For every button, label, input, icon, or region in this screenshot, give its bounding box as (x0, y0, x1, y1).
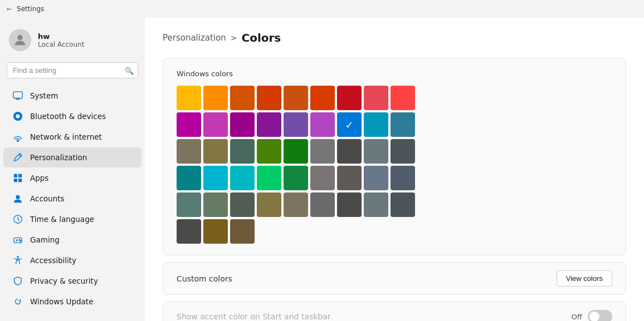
svg-point-13 (19, 239, 20, 240)
color-swatch[interactable] (391, 86, 415, 110)
user-section[interactable]: hw Local Account (0, 22, 145, 60)
color-grid (177, 86, 612, 244)
color-swatch[interactable] (310, 166, 335, 190)
sidebar-item-privacy[interactable]: Privacy & security (3, 271, 142, 291)
color-swatch[interactable] (284, 139, 308, 164)
sidebar-item-label: Time & language (30, 215, 94, 224)
color-swatch[interactable] (177, 219, 201, 244)
color-swatch[interactable] (337, 192, 362, 217)
user-info: hw Local Account (38, 32, 84, 48)
app-title: Settings (17, 5, 44, 13)
color-swatch[interactable] (203, 112, 228, 137)
color-swatch[interactable] (364, 86, 388, 110)
color-swatch[interactable] (391, 166, 415, 190)
sidebar-item-update[interactable]: Windows Update (3, 292, 142, 312)
color-swatch[interactable] (284, 86, 308, 110)
color-row (177, 86, 612, 110)
breadcrumb: Personalization > Colors (163, 31, 626, 45)
custom-colors-row: Custom colors View colors (163, 262, 626, 295)
color-swatch[interactable] (257, 192, 281, 217)
color-swatch[interactable] (177, 192, 201, 217)
sidebar-item-system[interactable]: System (3, 86, 142, 106)
sidebar-item-label: Personalization (30, 153, 87, 162)
color-swatch[interactable] (203, 166, 228, 190)
svg-point-0 (17, 35, 22, 40)
color-swatch[interactable] (310, 112, 335, 137)
color-swatch[interactable] (364, 192, 388, 217)
color-row (177, 166, 612, 190)
sidebar-item-label: Windows Update (30, 297, 93, 306)
view-colors-button[interactable]: View colors (557, 270, 612, 287)
bluetooth-icon (12, 111, 23, 122)
color-swatch[interactable] (203, 139, 228, 164)
color-swatch[interactable] (337, 139, 362, 164)
user-account-type: Local Account (38, 41, 84, 48)
sidebar-item-accessibility[interactable]: Accessibility (3, 250, 142, 270)
sidebar-item-label: System (30, 91, 58, 100)
svg-point-5 (17, 140, 19, 142)
breadcrumb-parent[interactable]: Personalization (163, 33, 226, 43)
color-swatch[interactable] (310, 86, 335, 110)
color-swatch[interactable] (257, 86, 281, 110)
svg-rect-2 (16, 98, 19, 100)
color-swatch[interactable] (257, 139, 281, 164)
color-swatch[interactable] (310, 139, 335, 164)
breadcrumb-current: Colors (241, 31, 281, 45)
color-swatch[interactable] (203, 86, 228, 110)
sidebar-item-bluetooth[interactable]: Bluetooth & devices (3, 106, 142, 126)
toggle-rows: Show accent color on Start and taskbarOf… (163, 302, 626, 321)
sidebar-item-apps[interactable]: Apps (3, 168, 142, 188)
color-row (177, 112, 612, 137)
sidebar-item-personalization[interactable]: Personalization (3, 147, 142, 167)
svg-point-14 (20, 240, 21, 241)
color-swatch[interactable] (230, 139, 255, 164)
svg-point-10 (16, 195, 19, 199)
color-swatch[interactable] (257, 166, 281, 190)
color-swatch[interactable] (230, 166, 255, 190)
back-button[interactable]: ← (7, 5, 12, 13)
color-swatch[interactable] (203, 192, 228, 217)
search-input[interactable] (7, 62, 138, 78)
color-swatch[interactable] (364, 112, 388, 137)
svg-rect-9 (18, 179, 22, 182)
color-swatch[interactable] (177, 86, 201, 110)
color-swatch[interactable] (177, 139, 201, 164)
color-swatch[interactable] (284, 166, 308, 190)
privacy-icon (12, 275, 23, 287)
color-swatch[interactable] (337, 112, 362, 137)
color-swatch[interactable] (284, 192, 308, 217)
sidebar-item-time[interactable]: Time & language (3, 209, 142, 229)
color-swatch[interactable] (230, 192, 255, 217)
color-swatch[interactable] (203, 219, 228, 244)
color-swatch[interactable] (364, 166, 388, 190)
sidebar-item-gaming[interactable]: Gaming (3, 230, 142, 250)
system-icon (12, 90, 23, 101)
sidebar-item-network[interactable]: Network & internet (3, 127, 142, 147)
toggle-knob (589, 312, 599, 321)
color-swatch[interactable] (337, 86, 362, 110)
svg-rect-7 (18, 174, 22, 177)
color-swatch[interactable] (310, 192, 335, 217)
color-swatch[interactable] (177, 166, 201, 190)
color-swatch[interactable] (391, 112, 415, 137)
sidebar-item-accounts[interactable]: Accounts (3, 189, 142, 209)
color-swatch[interactable] (391, 139, 415, 164)
color-swatch[interactable] (230, 112, 255, 137)
search-box[interactable]: 🔍 (7, 62, 138, 78)
sidebar: hw Local Account 🔍 System Bluetooth & de… (0, 18, 145, 321)
color-swatch[interactable] (230, 86, 255, 110)
color-swatch[interactable] (284, 112, 308, 137)
color-swatch[interactable] (337, 166, 362, 190)
svg-rect-1 (13, 92, 22, 98)
content-area: Personalization > Colors Windows colors … (145, 18, 644, 321)
color-swatch[interactable] (391, 192, 415, 217)
color-row (177, 192, 612, 217)
color-swatch[interactable] (177, 112, 201, 137)
toggle-label: Show accent color on Start and taskbar (177, 312, 331, 321)
user-name: hw (38, 32, 84, 41)
color-swatch[interactable] (257, 112, 281, 137)
color-swatch[interactable] (230, 219, 255, 244)
sidebar-item-label: Accounts (30, 194, 65, 203)
toggle-switch-accent-start-taskbar[interactable] (588, 310, 612, 321)
color-swatch[interactable] (364, 139, 388, 164)
